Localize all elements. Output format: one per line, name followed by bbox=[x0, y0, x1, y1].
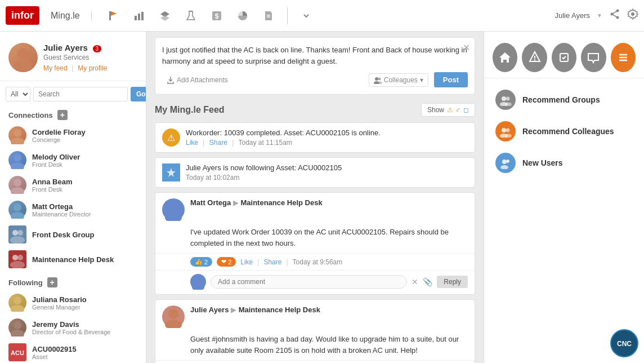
avatar bbox=[8, 318, 26, 337]
flag-icon[interactable] bbox=[103, 6, 123, 26]
flask-icon[interactable] bbox=[181, 6, 201, 26]
compose-actions: Add Attachments Colleagues ▾ Post bbox=[162, 72, 468, 87]
following-label: Following bbox=[8, 278, 43, 287]
thumbs-reaction-button[interactable]: 👍2 bbox=[190, 257, 212, 267]
svg-text:ACU: ACU bbox=[11, 349, 24, 356]
like-link[interactable]: Like bbox=[240, 258, 253, 266]
like-link[interactable]: Like bbox=[186, 139, 198, 147]
avatar bbox=[8, 43, 38, 72]
sidebar: Julie Ayers 3 Guest Services My feed | M… bbox=[0, 32, 146, 363]
connection-title: Maintenance Director bbox=[32, 211, 91, 218]
svg-point-71 bbox=[502, 160, 507, 164]
svg-point-67 bbox=[502, 128, 506, 132]
connection-frontdesk-group[interactable]: Front Desk Group bbox=[0, 222, 146, 247]
feed-group[interactable]: Maintenance Help Desk bbox=[239, 306, 320, 314]
list-button[interactable] bbox=[611, 43, 636, 72]
feed-author[interactable]: Julie Ayers bbox=[190, 306, 229, 314]
chevron-down-icon[interactable] bbox=[296, 6, 316, 26]
profile-title: Guest Services bbox=[43, 54, 107, 61]
search-input[interactable] bbox=[33, 87, 128, 101]
layers-icon[interactable] bbox=[155, 6, 175, 26]
warning-filter-icon[interactable]: ⚠ bbox=[447, 106, 453, 114]
bar-chart-icon[interactable] bbox=[129, 6, 149, 26]
connection-melody[interactable]: Melody Oliver Front Desk bbox=[0, 148, 146, 172]
svg-point-34 bbox=[17, 255, 23, 260]
message-button[interactable] bbox=[581, 43, 606, 72]
show-filter-button[interactable]: Show ⚠ ✓ ◻ bbox=[421, 103, 475, 117]
feed-author[interactable]: Matt Ortega bbox=[190, 198, 231, 207]
feed-title: My Ming.le Feed bbox=[155, 105, 421, 115]
share-link[interactable]: Share bbox=[263, 258, 281, 266]
search-filter[interactable]: All bbox=[6, 87, 30, 101]
user-name[interactable]: Julie Ayers bbox=[554, 11, 590, 20]
following-name: Juliana Rosario bbox=[32, 295, 87, 304]
group-avatar bbox=[8, 225, 26, 244]
attach-comment-icon[interactable]: 📎 bbox=[423, 277, 432, 286]
connection-anna[interactable]: Anna Beam Front Desk bbox=[0, 172, 146, 197]
following-jeremy[interactable]: Jeremy Davis Director of Food & Beverage bbox=[0, 315, 146, 340]
svg-point-58 bbox=[534, 59, 535, 60]
svg-point-21 bbox=[11, 138, 24, 144]
share-icon[interactable] bbox=[609, 8, 620, 23]
svg-point-36 bbox=[14, 296, 21, 304]
main: Julie Ayers 3 Guest Services My feed | M… bbox=[0, 32, 644, 363]
alert-button[interactable] bbox=[522, 43, 547, 72]
profile-info: Julie Ayers 3 Guest Services My feed | M… bbox=[43, 43, 107, 72]
connection-cordelie[interactable]: Cordelie Floray Concierge bbox=[0, 123, 146, 148]
gear-icon[interactable] bbox=[627, 8, 638, 23]
feed-time: Today at 9:56am bbox=[293, 258, 343, 266]
connection-matt[interactable]: Matt Ortega Maintenance Director bbox=[0, 197, 146, 222]
following-juliana[interactable]: Juliana Rosario General Manager bbox=[0, 290, 146, 315]
feed-group[interactable]: Maintenance Help Desk bbox=[240, 198, 322, 207]
compose-text: I just got notified that the AC is back … bbox=[162, 45, 468, 67]
chat-filter-icon[interactable]: ◻ bbox=[463, 106, 469, 114]
avatar bbox=[8, 294, 26, 312]
home-button[interactable] bbox=[493, 43, 517, 72]
svg-point-39 bbox=[11, 330, 24, 337]
colleagues-button[interactable]: Colleagues ▾ bbox=[369, 73, 428, 87]
my-feed-link[interactable]: My feed bbox=[43, 64, 68, 72]
dollar-icon[interactable]: $ bbox=[207, 6, 227, 26]
search-go-button[interactable]: Go bbox=[131, 87, 146, 101]
following-title: Asset bbox=[32, 353, 77, 360]
share-link[interactable]: Share bbox=[209, 139, 227, 147]
nav-icons: $ bbox=[103, 6, 555, 26]
file-icon[interactable] bbox=[258, 6, 279, 26]
heart-reaction-button[interactable]: ❤2 bbox=[217, 257, 236, 267]
add-following-button[interactable]: + bbox=[47, 277, 57, 287]
close-comment-icon[interactable]: ✕ bbox=[412, 277, 418, 286]
feed-item: Julie Ayers is now following Asset: ACU0… bbox=[155, 157, 475, 188]
connection-maintenance-group[interactable]: Maintenance Help Desk bbox=[0, 247, 146, 272]
pie-chart-icon[interactable] bbox=[232, 6, 253, 26]
svg-text:$: $ bbox=[214, 12, 218, 20]
reply-button[interactable]: Reply bbox=[437, 276, 468, 288]
user-chevron[interactable]: ▼ bbox=[597, 12, 602, 19]
check-filter-icon[interactable]: ✓ bbox=[455, 106, 461, 114]
new-users-item[interactable]: New Users bbox=[484, 147, 644, 179]
recommend-colleagues-item[interactable]: Recommend Colleagues bbox=[484, 116, 644, 147]
add-attachments-button[interactable]: Add Attachments bbox=[162, 74, 232, 86]
avatar bbox=[8, 126, 26, 144]
task-button[interactable] bbox=[552, 43, 576, 72]
action-buttons bbox=[484, 37, 644, 78]
notification-badge: 3 bbox=[93, 45, 102, 52]
post-button[interactable]: Post bbox=[434, 72, 468, 87]
my-profile-link[interactable]: My profile bbox=[78, 64, 107, 72]
feed-item: Julie Ayers ▶ Maintenance Help Desk Gues… bbox=[155, 299, 475, 363]
recommend-groups-item[interactable]: Recommend Groups bbox=[484, 84, 644, 116]
following-asset[interactable]: ACU ACU0002915 Asset bbox=[0, 340, 146, 363]
svg-point-29 bbox=[12, 230, 18, 236]
avatar bbox=[8, 176, 26, 194]
recommend-colleagues-label: Recommend Colleagues bbox=[522, 127, 614, 136]
close-icon[interactable]: ✕ bbox=[463, 42, 470, 53]
connection-name: Anna Beam bbox=[32, 178, 73, 186]
feed-body: I've updated Work Order 10039 on the AC … bbox=[155, 227, 475, 253]
svg-point-63 bbox=[502, 96, 506, 101]
feed-text: Julie Ayers is now following Asset: ACU0… bbox=[186, 163, 468, 172]
svg-point-64 bbox=[506, 97, 510, 101]
groups-icon bbox=[495, 90, 516, 110]
comment-input[interactable] bbox=[211, 275, 407, 289]
add-connection-button[interactable]: + bbox=[57, 110, 68, 120]
profile-links: My feed | My profile bbox=[43, 64, 107, 72]
connection-name: Cordelie Floray bbox=[32, 128, 86, 136]
